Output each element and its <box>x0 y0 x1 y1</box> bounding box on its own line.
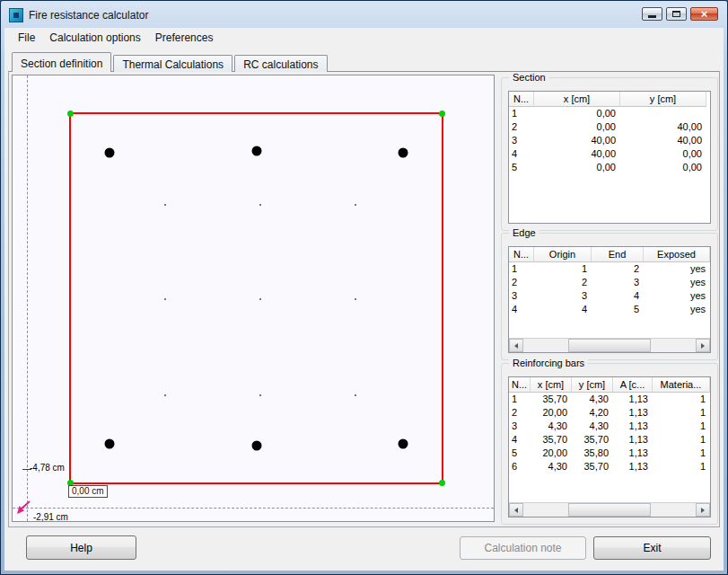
rebar-table[interactable]: N...x [cm]y [cm]A [c...Materia... 135,70… <box>508 376 711 518</box>
table-cell[interactable]: 4 <box>534 303 592 316</box>
table-cell[interactable]: 3 <box>534 289 592 303</box>
maximize-button[interactable] <box>666 7 687 21</box>
table-cell[interactable]: 40,00 <box>534 147 620 161</box>
table-cell[interactable]: 4,30 <box>531 420 572 433</box>
table-cell[interactable]: 40,00 <box>620 120 706 134</box>
rebar-dot[interactable] <box>104 439 114 449</box>
table-cell[interactable]: 4,20 <box>572 406 613 420</box>
table-cell[interactable]: 1,13 <box>613 433 653 447</box>
table-cell[interactable]: 1,13 <box>613 406 653 420</box>
titlebar[interactable]: Fire resistance calculator × <box>2 2 726 28</box>
table-cell[interactable]: 1,13 <box>613 420 653 433</box>
table-row[interactable]: 334yes <box>509 289 710 303</box>
scrollbar-thumb[interactable] <box>568 339 651 352</box>
rebar-dot[interactable] <box>399 147 408 157</box>
table-cell[interactable]: 4 <box>509 433 531 447</box>
table-row[interactable]: 64,3035,701,131 <box>509 460 710 473</box>
section-table[interactable]: N...x [cm]y [cm] 10,0020,0040,00340,0040… <box>508 91 711 224</box>
table-cell[interactable]: yes <box>644 303 710 316</box>
table-cell[interactable]: 1 <box>653 460 710 473</box>
table-cell[interactable]: 40,00 <box>620 134 706 147</box>
menu-item-calculation-options[interactable]: Calculation options <box>42 29 147 47</box>
table-cell[interactable]: 4 <box>509 303 534 316</box>
table-row[interactable]: 223yes <box>509 276 710 289</box>
rebar-dot[interactable] <box>104 147 114 157</box>
table-row[interactable]: 34,304,301,131 <box>509 420 710 433</box>
table-cell[interactable]: yes <box>644 289 710 303</box>
table-cell[interactable]: 2 <box>509 276 534 289</box>
table-cell[interactable]: 6 <box>509 460 531 473</box>
section-outline[interactable] <box>69 112 443 484</box>
table-row[interactable]: 10,00 <box>509 107 710 120</box>
table-cell[interactable]: 1 <box>653 420 710 433</box>
table-cell[interactable]: 4,30 <box>572 420 613 433</box>
tab-rc-calculations[interactable]: RC calculations <box>234 55 327 72</box>
scrollbar-left-button[interactable] <box>509 339 523 352</box>
table-cell[interactable]: 3 <box>592 276 644 289</box>
table-cell[interactable]: 2 <box>509 406 531 420</box>
table-cell[interactable]: 1 <box>653 406 710 420</box>
scrollbar-track[interactable] <box>523 339 696 352</box>
table-cell[interactable]: 20,00 <box>531 406 572 420</box>
table-cell[interactable]: 1 <box>509 393 531 406</box>
table-row[interactable]: 112yes <box>509 262 710 276</box>
rebar-dot[interactable] <box>251 146 261 156</box>
table-cell[interactable]: 5 <box>509 447 531 460</box>
table-row[interactable]: 435,7035,701,131 <box>509 433 710 447</box>
table-cell[interactable]: 4,30 <box>572 393 613 406</box>
rebar-dot[interactable] <box>251 440 261 450</box>
table-cell[interactable]: 1 <box>509 107 534 120</box>
table-cell[interactable]: yes <box>644 262 710 276</box>
table-cell[interactable]: 20,00 <box>531 447 572 460</box>
vertex-handle[interactable] <box>439 111 445 117</box>
vertex-handle[interactable] <box>67 111 74 117</box>
table-cell[interactable]: 35,80 <box>572 447 613 460</box>
calculation-note-button[interactable]: Calculation note <box>460 536 586 560</box>
scrollbar-right-button[interactable] <box>696 503 710 517</box>
menu-item-file[interactable]: File <box>11 29 42 47</box>
table-cell[interactable]: 35,70 <box>572 433 613 447</box>
table-cell[interactable]: 2 <box>509 120 534 134</box>
table-cell[interactable]: 1 <box>534 262 592 276</box>
table-cell[interactable]: 4,30 <box>531 460 572 473</box>
table-row[interactable]: 220,004,201,131 <box>509 406 710 420</box>
table-cell[interactable]: 1,13 <box>613 447 653 460</box>
table-cell[interactable]: 40,00 <box>534 134 620 147</box>
table-cell[interactable]: 0,00 <box>534 120 620 134</box>
scrollbar-left-button[interactable] <box>509 503 523 517</box>
edge-table[interactable]: N...OriginEndExposed 112yes223yes334yes4… <box>508 246 711 353</box>
vertex-handle[interactable] <box>439 480 445 486</box>
table-cell[interactable]: 4 <box>592 289 644 303</box>
table-cell[interactable]: 0,00 <box>534 107 620 120</box>
minimize-button[interactable] <box>642 7 662 21</box>
table-row[interactable]: 20,0040,00 <box>509 120 710 134</box>
table-cell[interactable]: 2 <box>534 276 592 289</box>
table-cell[interactable]: 5 <box>592 303 644 316</box>
table-cell[interactable]: 1,13 <box>613 460 653 473</box>
table-cell[interactable]: 0,00 <box>620 161 706 174</box>
table-cell[interactable]: 1 <box>653 447 710 460</box>
scrollbar-thumb[interactable] <box>568 503 651 517</box>
table-row[interactable]: 445yes <box>509 303 710 316</box>
table-cell[interactable]: 0,00 <box>534 161 620 174</box>
table-cell[interactable]: 1 <box>653 433 710 447</box>
table-cell[interactable]: 35,70 <box>531 393 572 406</box>
table-row[interactable]: 520,0035,801,131 <box>509 447 710 460</box>
table-cell[interactable]: 2 <box>592 262 644 276</box>
scrollbar-track[interactable] <box>523 503 696 517</box>
table-cell[interactable]: 3 <box>509 134 534 147</box>
table-row[interactable]: 440,000,00 <box>509 147 710 161</box>
table-cell[interactable]: 3 <box>509 289 534 303</box>
table-cell[interactable]: 35,70 <box>531 433 572 447</box>
tab-section-definition[interactable]: Section definition <box>12 52 111 72</box>
table-cell[interactable]: 0,00 <box>620 147 706 161</box>
table-cell[interactable]: 35,70 <box>572 460 613 473</box>
table-row[interactable]: 340,0040,00 <box>509 134 710 147</box>
table-cell[interactable]: 1 <box>653 393 710 406</box>
table-cell[interactable]: 1,13 <box>613 393 653 406</box>
table-row[interactable]: 135,704,301,131 <box>509 393 710 406</box>
table-cell[interactable]: 1 <box>509 262 534 276</box>
drawing-canvas[interactable]: -4,78 cm 0,00 cm -2,91 cm <box>12 75 495 522</box>
table-row[interactable]: 50,000,00 <box>509 161 710 174</box>
table-cell[interactable]: 4 <box>509 147 534 161</box>
